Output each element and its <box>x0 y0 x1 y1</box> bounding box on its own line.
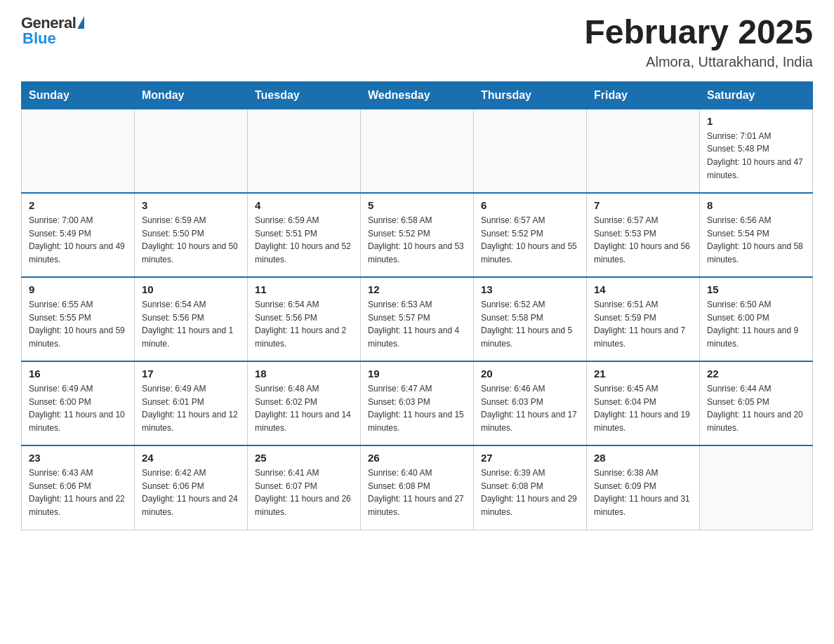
day-number: 3 <box>142 199 240 211</box>
calendar-cell: 11Sunrise: 6:54 AMSunset: 5:56 PMDayligh… <box>248 277 361 361</box>
day-info: Sunrise: 6:55 AMSunset: 5:55 PMDaylight:… <box>29 298 127 350</box>
day-number: 24 <box>142 452 240 464</box>
calendar-cell: 23Sunrise: 6:43 AMSunset: 6:06 PMDayligh… <box>22 445 135 530</box>
day-info: Sunrise: 6:44 AMSunset: 6:05 PMDaylight:… <box>707 382 805 434</box>
day-info: Sunrise: 6:50 AMSunset: 6:00 PMDaylight:… <box>707 298 805 350</box>
calendar-cell <box>587 109 700 193</box>
day-info: Sunrise: 6:41 AMSunset: 6:07 PMDaylight:… <box>255 467 353 518</box>
day-info: Sunrise: 6:49 AMSunset: 6:00 PMDaylight:… <box>29 382 127 434</box>
calendar-week-row: 1Sunrise: 7:01 AMSunset: 5:48 PMDaylight… <box>22 109 813 193</box>
day-number: 1 <box>707 115 805 127</box>
calendar-cell: 13Sunrise: 6:52 AMSunset: 5:58 PMDayligh… <box>474 277 587 361</box>
day-info: Sunrise: 6:42 AMSunset: 6:06 PMDaylight:… <box>142 467 240 518</box>
day-number: 19 <box>368 368 466 380</box>
day-number: 20 <box>481 368 579 380</box>
calendar-cell: 22Sunrise: 6:44 AMSunset: 6:05 PMDayligh… <box>700 361 813 445</box>
calendar-week-row: 2Sunrise: 7:00 AMSunset: 5:49 PMDaylight… <box>22 193 813 277</box>
calendar-cell: 18Sunrise: 6:48 AMSunset: 6:02 PMDayligh… <box>248 361 361 445</box>
calendar-cell: 26Sunrise: 6:40 AMSunset: 6:08 PMDayligh… <box>361 445 474 530</box>
day-number: 13 <box>481 283 579 295</box>
day-info: Sunrise: 6:51 AMSunset: 5:59 PMDaylight:… <box>594 298 692 350</box>
weekday-header-saturday: Saturday <box>700 81 813 109</box>
day-info: Sunrise: 6:52 AMSunset: 5:58 PMDaylight:… <box>481 298 579 350</box>
weekday-header-wednesday: Wednesday <box>361 81 474 109</box>
calendar-cell: 7Sunrise: 6:57 AMSunset: 5:53 PMDaylight… <box>587 193 700 277</box>
location-title: Almora, Uttarakhand, India <box>584 54 813 70</box>
day-number: 11 <box>255 283 353 295</box>
calendar-cell: 4Sunrise: 6:59 AMSunset: 5:51 PMDaylight… <box>248 193 361 277</box>
day-info: Sunrise: 6:53 AMSunset: 5:57 PMDaylight:… <box>368 298 466 350</box>
day-info: Sunrise: 6:43 AMSunset: 6:06 PMDaylight:… <box>29 467 127 518</box>
calendar-cell: 8Sunrise: 6:56 AMSunset: 5:54 PMDaylight… <box>700 193 813 277</box>
weekday-header-monday: Monday <box>135 81 248 109</box>
calendar-cell: 20Sunrise: 6:46 AMSunset: 6:03 PMDayligh… <box>474 361 587 445</box>
day-number: 2 <box>29 199 127 211</box>
day-number: 5 <box>368 199 466 211</box>
calendar-cell: 12Sunrise: 6:53 AMSunset: 5:57 PMDayligh… <box>361 277 474 361</box>
day-info: Sunrise: 7:01 AMSunset: 5:48 PMDaylight:… <box>707 130 805 182</box>
calendar-cell: 15Sunrise: 6:50 AMSunset: 6:00 PMDayligh… <box>700 277 813 361</box>
day-info: Sunrise: 6:45 AMSunset: 6:04 PMDaylight:… <box>594 382 692 434</box>
calendar-cell: 10Sunrise: 6:54 AMSunset: 5:56 PMDayligh… <box>135 277 248 361</box>
day-number: 10 <box>142 283 240 295</box>
day-number: 26 <box>368 452 466 464</box>
calendar-cell: 5Sunrise: 6:58 AMSunset: 5:52 PMDaylight… <box>361 193 474 277</box>
calendar-cell: 16Sunrise: 6:49 AMSunset: 6:00 PMDayligh… <box>22 361 135 445</box>
day-number: 12 <box>368 283 466 295</box>
day-number: 6 <box>481 199 579 211</box>
calendar-week-row: 23Sunrise: 6:43 AMSunset: 6:06 PMDayligh… <box>22 445 813 530</box>
calendar-cell <box>474 109 587 193</box>
day-number: 17 <box>142 368 240 380</box>
day-number: 9 <box>29 283 127 295</box>
day-info: Sunrise: 6:59 AMSunset: 5:50 PMDaylight:… <box>142 214 240 266</box>
day-info: Sunrise: 6:39 AMSunset: 6:08 PMDaylight:… <box>481 467 579 518</box>
weekday-header-friday: Friday <box>587 81 700 109</box>
day-info: Sunrise: 6:46 AMSunset: 6:03 PMDaylight:… <box>481 382 579 434</box>
day-info: Sunrise: 6:56 AMSunset: 5:54 PMDaylight:… <box>707 214 805 266</box>
day-number: 15 <box>707 283 805 295</box>
day-info: Sunrise: 6:54 AMSunset: 5:56 PMDaylight:… <box>142 298 240 350</box>
calendar-cell <box>700 445 813 530</box>
day-number: 23 <box>29 452 127 464</box>
calendar-cell: 19Sunrise: 6:47 AMSunset: 6:03 PMDayligh… <box>361 361 474 445</box>
day-info: Sunrise: 7:00 AMSunset: 5:49 PMDaylight:… <box>29 214 127 266</box>
day-number: 4 <box>255 199 353 211</box>
calendar-table: SundayMondayTuesdayWednesdayThursdayFrid… <box>21 81 813 530</box>
calendar-cell: 17Sunrise: 6:49 AMSunset: 6:01 PMDayligh… <box>135 361 248 445</box>
calendar-cell: 27Sunrise: 6:39 AMSunset: 6:08 PMDayligh… <box>474 445 587 530</box>
calendar-cell <box>361 109 474 193</box>
weekday-header-thursday: Thursday <box>474 81 587 109</box>
day-info: Sunrise: 6:57 AMSunset: 5:53 PMDaylight:… <box>594 214 692 266</box>
calendar-cell: 6Sunrise: 6:57 AMSunset: 5:52 PMDaylight… <box>474 193 587 277</box>
calendar-cell <box>135 109 248 193</box>
day-number: 8 <box>707 199 805 211</box>
calendar-cell: 28Sunrise: 6:38 AMSunset: 6:09 PMDayligh… <box>587 445 700 530</box>
calendar-cell: 21Sunrise: 6:45 AMSunset: 6:04 PMDayligh… <box>587 361 700 445</box>
title-area: February 2025 Almora, Uttarakhand, India <box>584 14 813 70</box>
logo-blue-text: Blue <box>22 29 56 48</box>
calendar-cell: 9Sunrise: 6:55 AMSunset: 5:55 PMDaylight… <box>22 277 135 361</box>
day-number: 7 <box>594 199 692 211</box>
day-info: Sunrise: 6:57 AMSunset: 5:52 PMDaylight:… <box>481 214 579 266</box>
day-number: 25 <box>255 452 353 464</box>
weekday-header-row: SundayMondayTuesdayWednesdayThursdayFrid… <box>22 81 813 109</box>
calendar-cell: 14Sunrise: 6:51 AMSunset: 5:59 PMDayligh… <box>587 277 700 361</box>
day-info: Sunrise: 6:54 AMSunset: 5:56 PMDaylight:… <box>255 298 353 350</box>
calendar-week-row: 9Sunrise: 6:55 AMSunset: 5:55 PMDaylight… <box>22 277 813 361</box>
day-info: Sunrise: 6:40 AMSunset: 6:08 PMDaylight:… <box>368 467 466 518</box>
day-number: 28 <box>594 452 692 464</box>
day-info: Sunrise: 6:49 AMSunset: 6:01 PMDaylight:… <box>142 382 240 434</box>
day-number: 14 <box>594 283 692 295</box>
day-info: Sunrise: 6:38 AMSunset: 6:09 PMDaylight:… <box>594 467 692 518</box>
weekday-header-sunday: Sunday <box>22 81 135 109</box>
page-header: General Blue February 2025 Almora, Uttar… <box>21 14 813 70</box>
day-number: 18 <box>255 368 353 380</box>
calendar-cell <box>248 109 361 193</box>
calendar-cell: 3Sunrise: 6:59 AMSunset: 5:50 PMDaylight… <box>135 193 248 277</box>
day-info: Sunrise: 6:48 AMSunset: 6:02 PMDaylight:… <box>255 382 353 434</box>
day-number: 21 <box>594 368 692 380</box>
calendar-cell: 2Sunrise: 7:00 AMSunset: 5:49 PMDaylight… <box>22 193 135 277</box>
day-info: Sunrise: 6:58 AMSunset: 5:52 PMDaylight:… <box>368 214 466 266</box>
calendar-week-row: 16Sunrise: 6:49 AMSunset: 6:00 PMDayligh… <box>22 361 813 445</box>
calendar-cell <box>22 109 135 193</box>
